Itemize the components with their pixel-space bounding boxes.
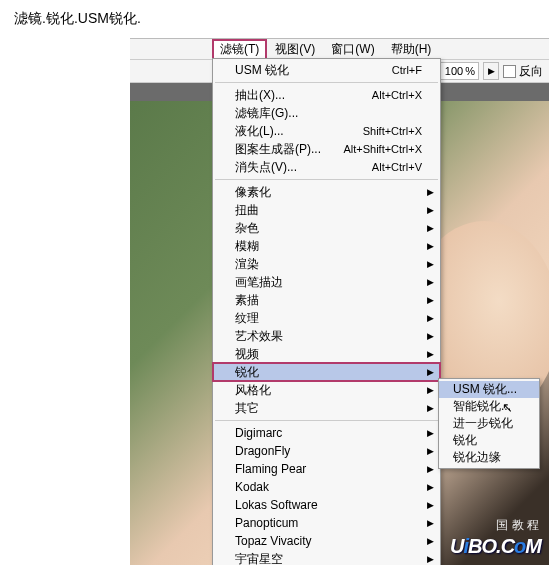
submenu-arrow-icon: ▶: [427, 536, 434, 546]
menu-item-label: 像素化: [235, 184, 422, 201]
submenu-item[interactable]: 智能锐化...: [439, 398, 539, 415]
menu-item[interactable]: 艺术效果▶: [213, 327, 440, 345]
submenu-item[interactable]: 锐化: [439, 432, 539, 449]
submenu-arrow-icon: ▶: [427, 259, 434, 269]
submenu-item-label: 进一步锐化: [453, 415, 533, 432]
menu-item[interactable]: Flaming Pear▶: [213, 460, 440, 478]
submenu-arrow-icon: ▶: [427, 403, 434, 413]
zoom-step-button[interactable]: ▶: [483, 62, 499, 80]
menu-item[interactable]: Lokas Software▶: [213, 496, 440, 514]
submenu-arrow-icon: ▶: [427, 464, 434, 474]
menu-item-label: 锐化: [235, 364, 422, 381]
menu-item[interactable]: 画笔描边▶: [213, 273, 440, 291]
menu-item-label: Lokas Software: [235, 498, 422, 512]
watermark-subtext: 国 教 程: [496, 517, 539, 534]
submenu-arrow-icon: ▶: [427, 367, 434, 377]
submenu-arrow-icon: ▶: [427, 205, 434, 215]
menu-bar: 滤镜(T) 视图(V) 窗口(W) 帮助(H): [130, 39, 549, 60]
submenu-arrow-icon: ▶: [427, 500, 434, 510]
menu-title-window[interactable]: 窗口(W): [323, 39, 382, 60]
menu-item-label: Panopticum: [235, 516, 422, 530]
menu-separator: [215, 420, 438, 421]
menu-item[interactable]: 像素化▶: [213, 183, 440, 201]
menu-item[interactable]: USM 锐化Ctrl+F: [213, 61, 440, 79]
menu-item[interactable]: Topaz Vivacity▶: [213, 532, 440, 550]
menu-item[interactable]: 锐化▶: [213, 363, 440, 381]
menu-item[interactable]: Digimarc▶: [213, 424, 440, 442]
sharpen-submenu: USM 锐化...智能锐化...进一步锐化锐化锐化边缘: [438, 378, 540, 469]
submenu-arrow-icon: ▶: [427, 446, 434, 456]
menu-item[interactable]: Panopticum▶: [213, 514, 440, 532]
submenu-item[interactable]: USM 锐化...: [439, 381, 539, 398]
submenu-item-label: 智能锐化...: [453, 398, 533, 415]
submenu-arrow-icon: ▶: [427, 385, 434, 395]
menu-item-label: Flaming Pear: [235, 462, 422, 476]
menu-item[interactable]: 宇宙星空▶: [213, 550, 440, 565]
submenu-item-label: 锐化: [453, 432, 533, 449]
menu-item[interactable]: 模糊▶: [213, 237, 440, 255]
menu-item-shortcut: Alt+Ctrl+X: [372, 89, 422, 101]
menu-item-label: 液化(L)...: [235, 123, 363, 140]
filter-dropdown-menu: USM 锐化Ctrl+F抽出(X)...Alt+Ctrl+X滤镜库(G)...液…: [212, 58, 441, 565]
submenu-item-label: USM 锐化...: [453, 381, 533, 398]
submenu-arrow-icon: ▶: [427, 331, 434, 341]
menu-item-shortcut: Ctrl+F: [392, 64, 422, 76]
reverse-checkbox[interactable]: 反向: [503, 63, 543, 80]
menu-item[interactable]: 液化(L)...Shift+Ctrl+X: [213, 122, 440, 140]
menu-item[interactable]: DragonFly▶: [213, 442, 440, 460]
menu-separator: [215, 179, 438, 180]
menu-item-label: 渲染: [235, 256, 422, 273]
menu-item-label: 视频: [235, 346, 422, 363]
submenu-arrow-icon: ▶: [427, 223, 434, 233]
menu-item[interactable]: 其它▶: [213, 399, 440, 417]
menu-title-help[interactable]: 帮助(H): [383, 39, 440, 60]
menu-item-label: 画笔描边: [235, 274, 422, 291]
submenu-arrow-icon: ▶: [427, 554, 434, 564]
submenu-item[interactable]: 锐化边缘: [439, 449, 539, 466]
menu-item[interactable]: Kodak▶: [213, 478, 440, 496]
submenu-arrow-icon: ▶: [427, 313, 434, 323]
menu-separator: [215, 82, 438, 83]
menu-item[interactable]: 消失点(V)...Alt+Ctrl+V: [213, 158, 440, 176]
menu-item[interactable]: 风格化▶: [213, 381, 440, 399]
menu-item-label: 宇宙星空: [235, 551, 422, 566]
submenu-item[interactable]: 进一步锐化: [439, 415, 539, 432]
menu-item[interactable]: 杂色▶: [213, 219, 440, 237]
menu-item-label: 艺术效果: [235, 328, 422, 345]
menu-item-label: Topaz Vivacity: [235, 534, 422, 548]
menu-item[interactable]: 图案生成器(P)...Alt+Shift+Ctrl+X: [213, 140, 440, 158]
menu-item-label: 纹理: [235, 310, 422, 327]
menu-item-label: 消失点(V)...: [235, 159, 372, 176]
menu-item[interactable]: 抽出(X)...Alt+Ctrl+X: [213, 86, 440, 104]
submenu-item-label: 锐化边缘: [453, 449, 533, 466]
menu-item[interactable]: 视频▶: [213, 345, 440, 363]
submenu-arrow-icon: ▶: [427, 295, 434, 305]
menu-item[interactable]: 渲染▶: [213, 255, 440, 273]
menu-item-label: Kodak: [235, 480, 422, 494]
submenu-arrow-icon: ▶: [427, 482, 434, 492]
submenu-arrow-icon: ▶: [427, 277, 434, 287]
menu-item-label: 素描: [235, 292, 422, 309]
menu-item-label: 扭曲: [235, 202, 422, 219]
menu-item[interactable]: 扭曲▶: [213, 201, 440, 219]
menu-item[interactable]: 纹理▶: [213, 309, 440, 327]
menu-item-label: 模糊: [235, 238, 422, 255]
menu-item-label: 杂色: [235, 220, 422, 237]
submenu-arrow-icon: ▶: [427, 428, 434, 438]
menu-item[interactable]: 滤镜库(G)...: [213, 104, 440, 122]
menu-item-shortcut: Alt+Ctrl+V: [372, 161, 422, 173]
submenu-arrow-icon: ▶: [427, 349, 434, 359]
menu-title-view[interactable]: 视图(V): [267, 39, 323, 60]
menu-item-label: 滤镜库(G)...: [235, 105, 422, 122]
page-caption: 滤镜.锐化.USM锐化.: [0, 0, 549, 28]
menu-item-label: USM 锐化: [235, 62, 392, 79]
checkbox-box-icon: [503, 65, 516, 78]
menu-item-label: 图案生成器(P)...: [235, 141, 343, 158]
menu-item-shortcut: Shift+Ctrl+X: [363, 125, 422, 137]
menu-title-filter[interactable]: 滤镜(T): [212, 39, 267, 60]
menu-item[interactable]: 素描▶: [213, 291, 440, 309]
zoom-percent-label: %: [465, 65, 478, 77]
menu-item-label: 抽出(X)...: [235, 87, 372, 104]
reverse-label: 反向: [519, 63, 543, 80]
menu-item-label: DragonFly: [235, 444, 422, 458]
